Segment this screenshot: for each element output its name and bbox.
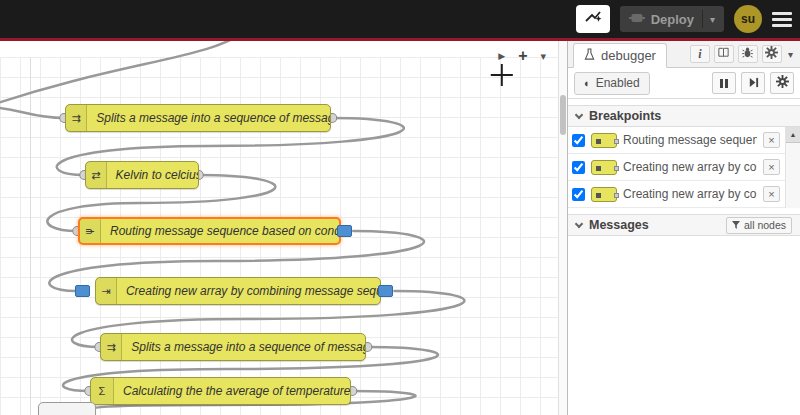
deploy-divider <box>702 10 703 28</box>
config-tab-button[interactable] <box>762 45 782 63</box>
debugger-enabled-toggle[interactable]: ◐ Enabled <box>574 72 650 95</box>
debugger-tab-icon <box>584 48 595 64</box>
breakpoint-checkbox[interactable] <box>572 161 585 174</box>
message-filter-button[interactable]: all nodes <box>726 217 792 234</box>
breakpoint-marker[interactable] <box>378 285 393 297</box>
filter-label: all nodes <box>744 219 786 231</box>
flow-node-split-1[interactable]: ⇉ Splits a message into a sequence of me… <box>65 104 331 132</box>
messages-title: Messages <box>589 218 649 232</box>
breakpoint-checkbox[interactable] <box>572 188 585 201</box>
debugger-toolbar: ◐ Enabled <box>568 68 800 99</box>
flow-node-switch[interactable]: ⋔ Routing message sequence based on cond… <box>78 217 341 245</box>
main-menu-button[interactable] <box>772 12 792 27</box>
split-icon: ⇉ <box>101 334 122 360</box>
add-flow-button[interactable]: + <box>518 48 527 64</box>
breakpoint-node-icon <box>591 160 617 175</box>
tab-debugger[interactable]: debugger <box>573 43 667 68</box>
wire[interactable] <box>0 107 64 118</box>
gear-icon <box>765 45 778 63</box>
scrollbar-thumb[interactable] <box>560 95 566 135</box>
sum-icon: Σ <box>91 378 114 404</box>
info-tab-button[interactable]: i <box>690 45 710 63</box>
breakpoints-list: Routing message sequence based on condit… <box>568 127 800 208</box>
pause-button[interactable] <box>712 72 736 94</box>
bug-icon <box>741 45 754 63</box>
sidebar-tabs-dropdown-icon[interactable]: ▾ <box>786 49 795 60</box>
node-label: Splits a message into a sequence of mess… <box>122 340 365 354</box>
node-label: Calculating the the average of temperatu… <box>114 384 350 398</box>
join-icon: ⇥ <box>96 278 117 304</box>
breakpoint-marker[interactable] <box>337 225 352 237</box>
flow-node-split-2[interactable]: ⇉ Splits a message into a sequence of me… <box>100 333 366 361</box>
flow-node-partial[interactable] <box>38 402 96 415</box>
breakpoint-label: Routing message sequence based on condit… <box>623 133 757 147</box>
breakpoints-section-header[interactable]: Breakpoints <box>568 105 800 127</box>
breakpoint-node-icon <box>591 133 617 148</box>
breakpoints-title: Breakpoints <box>589 109 661 123</box>
step-icon <box>748 74 759 92</box>
node-label: Kelvin to celcius <box>107 168 198 182</box>
user-avatar[interactable]: su <box>734 5 762 33</box>
breakpoint-label: Creating new array by combining message … <box>623 160 757 174</box>
flow-node-join[interactable]: ⇥ Creating new array by combining messag… <box>95 277 381 305</box>
messages-section-header[interactable]: Messages all nodes <box>568 214 800 236</box>
flow-node-kelvin[interactable]: ⇄ Kelvin to celcius <box>85 161 199 189</box>
crosshair-cursor <box>491 64 513 86</box>
sidebar-tab-bar: debugger i <box>568 41 800 68</box>
gear-icon <box>776 74 789 92</box>
step-button[interactable] <box>741 72 765 94</box>
sparkle-chart-icon <box>584 9 602 29</box>
flow-node-average[interactable]: Σ Calculating the the average of tempera… <box>90 377 351 405</box>
debug-tab-button[interactable] <box>738 45 758 63</box>
debugger-settings-button[interactable] <box>770 72 794 94</box>
deploy-caret-icon[interactable]: ▾ <box>710 14 715 25</box>
remove-breakpoint-button[interactable]: × <box>763 186 780 202</box>
scroll-up-button[interactable]: ▲ <box>786 127 800 143</box>
tab-label: debugger <box>601 48 656 63</box>
wire[interactable] <box>0 41 245 107</box>
menu-bar-icon <box>772 18 792 21</box>
sidebar-scrollbar[interactable]: ▲ <box>785 127 800 208</box>
breakpoint-row: Creating new array by combining message … <box>568 181 800 208</box>
node-label: Splits a message into a sequence of mess… <box>87 111 330 125</box>
flow-list-dropdown-icon[interactable]: ▾ <box>540 51 546 62</box>
remove-breakpoint-button[interactable]: × <box>763 159 780 175</box>
breakpoint-node-icon <box>591 187 617 202</box>
breakpoint-row: Routing message sequence based on condit… <box>568 127 800 154</box>
info-icon: i <box>698 47 701 62</box>
node-label: Routing message sequence based on condit… <box>101 224 339 238</box>
breakpoint-row: Creating new array by combining message … <box>568 154 800 181</box>
canvas-vertical-scrollbar[interactable] <box>558 41 567 415</box>
enabled-label: Enabled <box>596 76 640 90</box>
pause-icon <box>720 79 723 88</box>
chevron-down-icon <box>575 219 583 227</box>
tab-scroll-icon[interactable]: ▶ <box>498 52 505 61</box>
header-assistant-button[interactable] <box>576 5 610 33</box>
help-tab-button[interactable] <box>714 45 734 63</box>
chevron-down-icon <box>575 110 583 118</box>
funnel-icon <box>732 219 740 231</box>
breakpoint-label: Creating new array by combining message … <box>623 187 757 201</box>
deploy-icon <box>629 10 645 28</box>
convert-icon: ⇄ <box>86 162 107 188</box>
split-icon: ⇉ <box>66 105 87 131</box>
flow-canvas[interactable]: ▶ + ▾ <box>0 41 558 415</box>
book-icon <box>717 45 730 63</box>
breakpoint-marker[interactable] <box>75 285 90 297</box>
deploy-button[interactable]: Deploy ▾ <box>620 6 724 32</box>
node-label: Creating new array by combining message … <box>117 284 380 298</box>
app-window: Deploy ▾ su ▶ + ▾ <box>0 0 800 415</box>
switch-icon: ⋔ <box>80 219 101 243</box>
toggle-icon: ◐ <box>584 77 591 89</box>
menu-bar-icon <box>772 24 792 27</box>
header-bar: Deploy ▾ su <box>0 0 800 38</box>
deploy-label: Deploy <box>651 12 694 27</box>
messages-panel <box>568 236 800 415</box>
right-sidebar: debugger i <box>567 41 800 415</box>
pause-icon <box>725 79 728 88</box>
remove-breakpoint-button[interactable]: × <box>763 132 780 148</box>
breakpoint-checkbox[interactable] <box>572 134 585 147</box>
menu-bar-icon <box>772 12 792 15</box>
